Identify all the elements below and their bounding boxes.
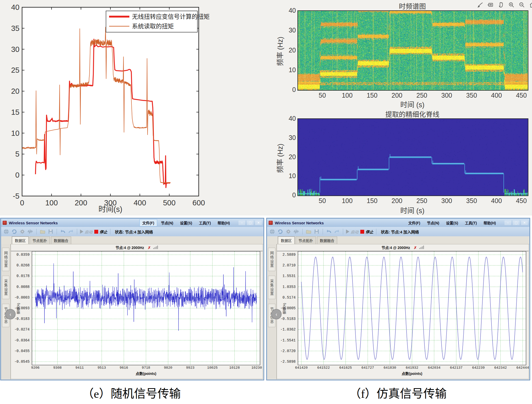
menu-help[interactable]: 帮助(H)	[481, 219, 499, 226]
start-button[interactable]: 启动	[346, 229, 358, 234]
y-tick-labels: 2.58892.07101.55311.03530.5174-0.0005-0.…	[278, 251, 297, 365]
tab-data-area[interactable]: 数据区	[278, 237, 295, 244]
caption-right: （f）仿真信号传输	[267, 384, 529, 401]
x-tick-labels: 9206930894119513961697189820992310025101…	[32, 366, 260, 371]
close-plot-icon[interactable]: ✗	[148, 246, 151, 250]
tab-strip: 数据区 节点拓扑 数据融合	[267, 236, 529, 244]
spectrogram-plot	[297, 10, 528, 91]
svg-text:35: 35	[11, 24, 19, 32]
ridge-plot	[297, 118, 528, 196]
svg-text:-5: -5	[13, 192, 19, 200]
caption-left: （e）随机信号传输	[0, 384, 263, 401]
redo-icon[interactable]	[68, 228, 74, 235]
menu-file[interactable]: 文件(F)	[405, 219, 423, 226]
save-icon[interactable]	[314, 228, 320, 235]
tab-data-area[interactable]: 数据区	[12, 237, 29, 244]
settings-gear-icon[interactable]	[285, 228, 291, 235]
window-title: Wireless Sensor Networks	[275, 221, 324, 225]
refresh-icon[interactable]	[11, 228, 17, 235]
menu-bar: 文件(F) 节点(N) 设置(S) 工具(T) 帮助(H)	[139, 219, 233, 226]
close-button[interactable]: ✕	[255, 220, 262, 225]
ridge-x-label: 时间 (s)	[297, 205, 527, 215]
legend-entry-system: 系统读取的扭矩	[132, 23, 174, 30]
plot-header-text: 节点:4 @ 2000Hz	[382, 246, 410, 250]
tab-data-fusion[interactable]: 数据融合	[51, 237, 71, 244]
menu-help[interactable]: 帮助(H)	[215, 219, 233, 226]
undo-icon[interactable]	[60, 228, 66, 235]
window-content: 网络设置 采集设置 节点信息 ‹ 节点:4 @ 2000Hz ✗ 振幅(A) 2…	[267, 244, 529, 380]
menu-node[interactable]: 节点(N)	[158, 219, 176, 226]
collapse-sidebar-button[interactable]: ‹	[5, 309, 16, 319]
ridge-y-label: 频率 (Hz)	[275, 130, 285, 187]
stop-button[interactable]: 停止	[94, 229, 107, 234]
sidebar-tab-acquisition-settings[interactable]: 采集设置	[2, 276, 9, 299]
wsn-window-left: Wireless Sensor Networks 文件(F) 节点(N) 设置(…	[1, 218, 264, 380]
menu-file[interactable]: 文件(F)	[139, 219, 157, 226]
close-plot-icon[interactable]: ✗	[414, 246, 417, 250]
restore-view-icon[interactable]	[528, 1, 532, 9]
window-content: 网络设置 采集设置 节点信息 ‹ 节点:4 @ 2000Hz ✗ 振幅(A) 0…	[1, 244, 263, 380]
title-bar[interactable]: Wireless Sensor Networks 文件(F) 节点(N) 设置(…	[1, 219, 263, 227]
plot-header: 节点:4 @ 2000Hz ✗	[11, 245, 263, 251]
datatip-icon[interactable]	[487, 1, 495, 9]
plot-header: 节点:4 @ 2000Hz ✗	[277, 245, 529, 251]
tab-node-topology[interactable]: 节点拓扑	[296, 237, 316, 244]
settings-gear-icon[interactable]	[19, 228, 25, 235]
spectrogram-figure: 时频谱图 010203040 5010015020025030035040045…	[266, 0, 532, 216]
waveform-icon[interactable]	[27, 228, 34, 235]
toolbar: 启动 停止 状态: 节点:4 加入网络	[1, 227, 263, 236]
svg-text:400: 400	[134, 199, 146, 207]
maximize-button[interactable]: ▢	[513, 220, 520, 225]
brush-icon[interactable]	[476, 1, 484, 9]
tab-data-fusion[interactable]: 数据融合	[317, 237, 337, 244]
menu-settings[interactable]: 设置(S)	[443, 219, 461, 226]
ridge-title: 提取的精细化脊线	[297, 109, 527, 119]
svg-text:0: 0	[20, 199, 24, 207]
svg-text:5: 5	[15, 150, 19, 158]
pan-icon[interactable]	[497, 1, 505, 9]
plot-header-text: 节点:4 @ 2000Hz	[116, 246, 144, 250]
start-button[interactable]: 启动	[80, 229, 92, 234]
maximize-button[interactable]: ▢	[247, 220, 254, 225]
title-bar[interactable]: Wireless Sensor Networks 文件(F) 节点(N) 设置(…	[267, 219, 529, 227]
sidebar-tab-acquisition-settings[interactable]: 采集设置	[268, 276, 275, 299]
save-icon[interactable]	[48, 228, 54, 235]
window-title: Wireless Sensor Networks	[9, 221, 58, 225]
zoom-in-icon[interactable]	[508, 1, 515, 9]
menu-node[interactable]: 节点(N)	[424, 219, 442, 226]
sidebar-tab-network-settings[interactable]: 网络设置	[2, 248, 9, 271]
torque-chart-figure: 0100200300400500600-50510152025303540 扭矩…	[0, 0, 266, 216]
signal-plot-panel: 节点:4 @ 2000Hz ✗ 振幅(A) 0.03590.02680.0178…	[11, 244, 263, 379]
refresh-icon[interactable]	[277, 228, 283, 235]
spectrogram-canvas	[298, 11, 528, 90]
signal-strength-icon	[419, 246, 424, 249]
signal-plot-panel: 节点:4 @ 2000Hz ✗ 振幅(A) 2.58892.07101.5531…	[277, 244, 529, 379]
app-icon	[269, 221, 273, 225]
collapse-sidebar-button[interactable]: ‹	[271, 309, 282, 319]
menu-bar: 文件(F) 节点(N) 设置(S) 工具(T) 帮助(H)	[405, 219, 499, 226]
undo-icon[interactable]	[326, 228, 332, 235]
spectrogram-x-label: 时间 (s)	[297, 99, 527, 109]
stop-square-icon	[94, 230, 98, 234]
menu-tools[interactable]: 工具(T)	[196, 219, 214, 226]
waveform-icon[interactable]	[293, 228, 300, 235]
redo-icon[interactable]	[334, 228, 340, 235]
minimize-button[interactable]: –	[238, 220, 245, 225]
svg-text:200: 200	[75, 199, 87, 207]
close-button[interactable]: ✕	[521, 220, 528, 225]
legend: 无线扭转应变信号计算的扭矩 系统读取的扭矩	[106, 11, 210, 32]
svg-text:600: 600	[192, 199, 205, 207]
minimize-button[interactable]: –	[504, 220, 511, 225]
stop-button[interactable]: 停止	[360, 229, 373, 234]
menu-tools[interactable]: 工具(T)	[462, 219, 480, 226]
connect-icon[interactable]	[3, 228, 9, 235]
svg-text:30: 30	[11, 45, 19, 53]
play-icon	[80, 230, 83, 234]
tab-node-topology[interactable]: 节点拓扑	[30, 237, 50, 244]
menu-settings[interactable]: 设置(S)	[177, 219, 195, 226]
zoom-out-icon[interactable]	[518, 1, 526, 9]
open-file-icon[interactable]	[39, 228, 46, 235]
open-file-icon[interactable]	[305, 228, 312, 235]
sidebar-tab-network-settings[interactable]: 网络设置	[268, 248, 275, 271]
connect-icon[interactable]	[269, 228, 275, 235]
